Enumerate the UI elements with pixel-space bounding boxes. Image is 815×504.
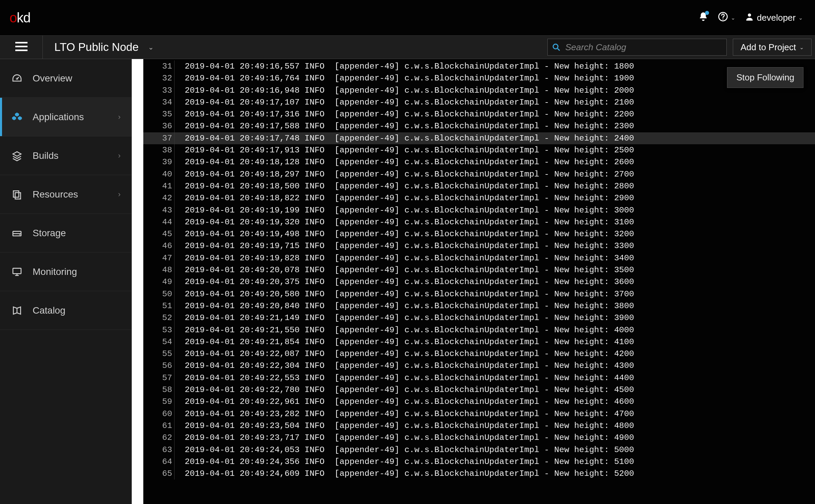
chevron-right-icon: › <box>118 190 121 199</box>
line-number: 41 <box>143 180 175 192</box>
log-line[interactable]: 522019-04-01 20:49:21,149 INFO [appender… <box>143 312 815 324</box>
log-line[interactable]: 332019-04-01 20:49:16,948 INFO [appender… <box>143 85 815 96</box>
line-number: 45 <box>143 228 175 240</box>
logo-o: o <box>10 10 17 25</box>
sidebar-item-catalog[interactable]: Catalog <box>0 291 131 330</box>
log-line[interactable]: 492019-04-01 20:49:20,375 INFO [appender… <box>143 276 815 288</box>
log-line[interactable]: 502019-04-01 20:49:20,580 INFO [appender… <box>143 288 815 300</box>
line-number: 52 <box>143 312 175 324</box>
log-line[interactable]: 642019-04-01 20:49:24,356 INFO [appender… <box>143 456 815 468</box>
project-bar: LTO Public Node ⌄ Add to Project ⌄ <box>0 35 815 59</box>
line-text: 2019-04-01 20:49:24,053 INFO [appender-4… <box>175 444 634 456</box>
sidebar-item-builds[interactable]: Builds› <box>0 136 131 175</box>
line-number: 44 <box>143 216 175 228</box>
log-line[interactable]: 552019-04-01 20:49:22,087 INFO [appender… <box>143 348 815 360</box>
add-to-project-button[interactable]: Add to Project ⌄ <box>733 39 812 56</box>
log-line[interactable]: 512019-04-01 20:49:20,840 INFO [appender… <box>143 300 815 312</box>
log-line[interactable]: 462019-04-01 20:49:19,715 INFO [appender… <box>143 240 815 252</box>
line-number: 32 <box>143 72 175 84</box>
line-number: 59 <box>143 396 175 408</box>
line-text: 2019-04-01 20:49:23,282 INFO [appender-4… <box>175 408 634 420</box>
line-number: 39 <box>143 156 175 168</box>
log-line[interactable]: 542019-04-01 20:49:21,854 INFO [appender… <box>143 336 815 348</box>
log-line[interactable]: 562019-04-01 20:49:22,304 INFO [appender… <box>143 360 815 372</box>
line-number: 53 <box>143 324 175 336</box>
line-number: 61 <box>143 420 175 432</box>
line-number: 65 <box>143 468 175 480</box>
log-line[interactable]: 592019-04-01 20:49:22,961 INFO [appender… <box>143 396 815 408</box>
log-line[interactable]: 532019-04-01 20:49:21,550 INFO [appender… <box>143 324 815 336</box>
help-button[interactable]: ⌄ <box>718 12 735 24</box>
project-selector[interactable]: LTO Public Node ⌄ <box>43 41 165 54</box>
log-line[interactable]: 362019-04-01 20:49:17,588 INFO [appender… <box>143 120 815 132</box>
search-input[interactable] <box>547 39 727 56</box>
log-line[interactable]: 482019-04-01 20:49:20,078 INFO [appender… <box>143 264 815 276</box>
log-line[interactable]: 402019-04-01 20:49:18,297 INFO [appender… <box>143 168 815 180</box>
line-number: 47 <box>143 252 175 264</box>
notifications-button[interactable] <box>698 12 708 24</box>
sidebar-item-storage[interactable]: Storage <box>0 214 131 253</box>
cubes-icon <box>11 112 23 123</box>
line-text: 2019-04-01 20:49:20,840 INFO [appender-4… <box>175 300 634 312</box>
sidebar-toggle[interactable] <box>0 36 43 59</box>
sidebar-item-resources[interactable]: Resources› <box>0 175 131 214</box>
line-number: 51 <box>143 300 175 312</box>
line-number: 33 <box>143 85 175 96</box>
line-text: 2019-04-01 20:49:19,320 INFO [appender-4… <box>175 216 634 228</box>
log-line[interactable]: 392019-04-01 20:49:18,128 INFO [appender… <box>143 156 815 168</box>
line-text: 2019-04-01 20:49:18,297 INFO [appender-4… <box>175 168 634 180</box>
log-line[interactable]: 472019-04-01 20:49:19,828 INFO [appender… <box>143 252 815 264</box>
line-number: 50 <box>143 288 175 300</box>
line-number: 34 <box>143 96 175 108</box>
log-line[interactable]: 622019-04-01 20:49:23,717 INFO [appender… <box>143 432 815 444</box>
log-line[interactable]: 602019-04-01 20:49:23,282 INFO [appender… <box>143 408 815 420</box>
copy-icon <box>11 189 23 200</box>
log-line[interactable]: 582019-04-01 20:49:22,780 INFO [appender… <box>143 384 815 396</box>
log-line[interactable]: 572019-04-01 20:49:22,553 INFO [appender… <box>143 372 815 384</box>
sidebar-item-label: Resources <box>33 189 78 200</box>
svg-rect-5 <box>15 50 28 51</box>
line-number: 42 <box>143 192 175 204</box>
log-line[interactable]: 382019-04-01 20:49:17,913 INFO [appender… <box>143 144 815 156</box>
line-number: 37 <box>143 132 175 144</box>
svg-point-1 <box>722 18 723 19</box>
line-number: 57 <box>143 372 175 384</box>
log-line[interactable]: 612019-04-01 20:49:23,504 INFO [appender… <box>143 420 815 432</box>
line-text: 2019-04-01 20:49:18,500 INFO [appender-4… <box>175 180 634 192</box>
log-line[interactable]: 352019-04-01 20:49:17,316 INFO [appender… <box>143 108 815 120</box>
sidebar-item-overview[interactable]: Overview <box>0 59 131 98</box>
log-line[interactable]: 342019-04-01 20:49:17,107 INFO [appender… <box>143 96 815 108</box>
line-number: 58 <box>143 384 175 396</box>
line-number: 62 <box>143 432 175 444</box>
line-text: 2019-04-01 20:49:16,948 INFO [appender-4… <box>175 85 634 96</box>
log-line[interactable]: 412019-04-01 20:49:18,500 INFO [appender… <box>143 180 815 192</box>
log-line[interactable]: 632019-04-01 20:49:24,053 INFO [appender… <box>143 444 815 456</box>
log-line[interactable]: 422019-04-01 20:49:18,822 INFO [appender… <box>143 192 815 204</box>
line-text: 2019-04-01 20:49:17,913 INFO [appender-4… <box>175 144 634 156</box>
line-number: 56 <box>143 360 175 372</box>
logo[interactable]: okd <box>10 10 31 25</box>
sidebar-item-label: Applications <box>33 112 84 123</box>
log-line[interactable]: 452019-04-01 20:49:19,498 INFO [appender… <box>143 228 815 240</box>
sidebar-item-applications[interactable]: Applications› <box>0 98 131 136</box>
log-line[interactable]: 652019-04-01 20:49:24,609 INFO [appender… <box>143 468 815 480</box>
log-line[interactable]: 432019-04-01 20:49:19,199 INFO [appender… <box>143 204 815 216</box>
user-menu[interactable]: developer ⌄ <box>745 12 803 24</box>
line-text: 2019-04-01 20:49:24,609 INFO [appender-4… <box>175 468 634 480</box>
line-text: 2019-04-01 20:49:23,504 INFO [appender-4… <box>175 420 634 432</box>
svg-rect-15 <box>13 268 21 274</box>
line-text: 2019-04-01 20:49:18,128 INFO [appender-4… <box>175 156 634 168</box>
sidebar-item-label: Builds <box>33 150 58 161</box>
log-line[interactable]: 442019-04-01 20:49:19,320 INFO [appender… <box>143 216 815 228</box>
log-margin <box>132 59 143 504</box>
sidebar-item-monitoring[interactable]: Monitoring <box>0 253 131 291</box>
svg-rect-10 <box>13 191 19 197</box>
log-line[interactable]: 322019-04-01 20:49:16,764 INFO [appender… <box>143 72 815 84</box>
book-icon <box>11 305 23 316</box>
stop-following-button[interactable]: Stop Following <box>727 67 803 88</box>
svg-point-14 <box>19 234 20 235</box>
log-line[interactable]: 372019-04-01 20:49:17,748 INFO [appender… <box>143 132 815 144</box>
line-text: 2019-04-01 20:49:17,748 INFO [appender-4… <box>175 132 634 144</box>
log-line[interactable]: 312019-04-01 20:49:16,557 INFO [appender… <box>143 60 815 72</box>
log-scroll[interactable]: 312019-04-01 20:49:16,557 INFO [appender… <box>143 59 815 504</box>
